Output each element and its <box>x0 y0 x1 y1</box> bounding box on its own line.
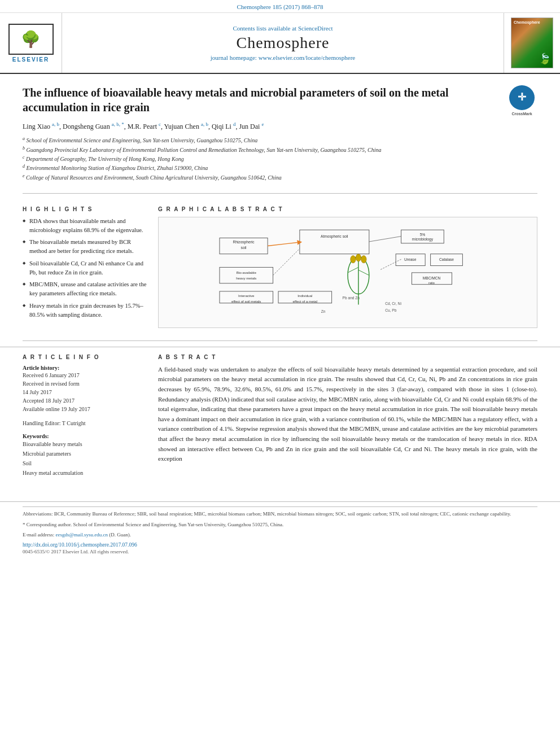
keywords-label: Keywords: <box>23 433 147 439</box>
footer-abbreviations: Abbreviations: BCR, Community Bureau of … <box>23 510 537 518</box>
received-revised-date: 14 July 2017 <box>23 388 147 396</box>
affiliation-b: b Guangdong Provincial Key Laboratory of… <box>23 145 537 154</box>
cover-decoration: 🍃 <box>539 53 551 65</box>
received-date: Received 6 January 2017 <box>23 371 147 379</box>
affiliation-e: e College of Natural Resources and Envir… <box>23 173 537 182</box>
cover-title-text: Chemosphere <box>514 20 540 24</box>
highlights-column: H I G H L I G H T S RDA shows that bioav… <box>23 206 147 328</box>
top-bar: Chemosphere 185 (2017) 868–878 <box>0 0 560 13</box>
highlight-item-1: RDA shows that bioavailable metals and m… <box>23 217 147 235</box>
crossmark-badge[interactable]: ✛ CrossMark <box>506 85 537 116</box>
tree-icon: 🌳 <box>21 30 41 49</box>
svg-text:Zn: Zn <box>321 309 326 313</box>
svg-text:Catalase: Catalase <box>439 257 454 261</box>
graphical-abstract-box: Rhizospheric soil Atmospheric soil Bio-a… <box>158 217 537 328</box>
footer-corresponding: * Corresponding author. School of Enviro… <box>23 521 537 529</box>
keyword-1: Bioavailable heavy metals <box>23 439 147 449</box>
page-footer: Abbreviations: BCR, Community Bureau of … <box>0 501 560 560</box>
email-label: E-mail address: <box>23 532 54 538</box>
received-revised-label: Received in revised form <box>23 379 147 388</box>
svg-text:ratio: ratio <box>428 281 435 285</box>
svg-text:Individual: Individual <box>298 294 312 298</box>
footer-top-rule <box>23 506 537 507</box>
email-address[interactable]: eesgds@mail.sysu.edu.cn <box>55 532 108 538</box>
affiliations: a School of Environmental Science and En… <box>23 136 537 182</box>
journal-cover-image: Chemosphere 🍃 <box>511 18 553 68</box>
abstract-column: A B S T R A C T A field-based study was … <box>158 354 537 483</box>
homepage-link: journal homepage: www.elsevier.com/locat… <box>211 54 355 61</box>
highlights-heading: H I G H L I G H T S <box>23 206 147 212</box>
svg-text:Atmospheric soil: Atmospheric soil <box>321 234 348 239</box>
article-info-column: A R T I C L E I N F O Article history: R… <box>23 354 147 483</box>
header-divider <box>23 193 537 194</box>
contents-label: Contents lists available at <box>233 25 296 32</box>
svg-text:5%: 5% <box>420 232 426 236</box>
crossmark-icon: ✛ <box>509 85 535 110</box>
highlights-graphical-section: H I G H L I G H T S RDA shows that bioav… <box>0 199 560 335</box>
keywords-block: Keywords: Bioavailable heavy metals Micr… <box>23 433 147 478</box>
keyword-4: Heavy metal accumulation <box>23 468 147 478</box>
abstract-heading: A B S T R A C T <box>158 354 537 360</box>
svg-text:effect of soil metals: effect of soil metals <box>231 299 261 303</box>
article-title-text: The influence of bioavailable heavy meta… <box>23 86 449 113</box>
svg-text:heavy metals: heavy metals <box>236 276 256 280</box>
history-label: Article history: <box>23 365 147 371</box>
footer-doi[interactable]: http://dx.doi.org/10.1016/j.chemosphere.… <box>23 542 537 548</box>
crossmark-label: CrossMark <box>511 111 532 116</box>
homepage-label: journal homepage: <box>211 54 257 61</box>
graphical-abstract-svg: Rhizospheric soil Atmospheric soil Bio-a… <box>163 222 532 321</box>
available-date: Available online 19 July 2017 <box>23 405 147 413</box>
highlight-item-5: Heavy metals in rice grain decreases by … <box>23 302 147 320</box>
highlights-list: RDA shows that bioavailable metals and m… <box>23 217 147 320</box>
graphical-abstract-heading: G R A P H I C A L A B S T R A C T <box>158 206 537 212</box>
journal-header: 🌳 ELSEVIER Contents lists available at S… <box>0 13 560 74</box>
section-divider-mid <box>23 340 537 341</box>
svg-point-33 <box>361 255 366 263</box>
elsevier-name: ELSEVIER <box>12 56 49 63</box>
abstract-text: A field-based study was undertaken to an… <box>158 365 537 464</box>
svg-point-31 <box>351 255 356 263</box>
science-direct-label[interactable]: ScienceDirect <box>298 25 333 32</box>
logo-box: 🌳 <box>8 24 54 55</box>
handling-editor-block: Handling Editor: T Cutright <box>23 419 147 427</box>
highlight-item-4: MBC/MBN, urease and catalase activities … <box>23 280 147 298</box>
svg-text:Interactive: Interactive <box>238 294 255 298</box>
email-suffix: (D. Guan). <box>109 532 131 538</box>
journal-title: Chemosphere <box>237 34 330 52</box>
handling-editor: Handling Editor: T Cutright <box>23 419 147 427</box>
svg-point-32 <box>356 254 361 261</box>
page: Chemosphere 185 (2017) 868–878 🌳 ELSEVIE… <box>0 0 560 747</box>
article-history-block: Article history: Received 6 January 2017… <box>23 365 147 413</box>
header-right: Chemosphere 🍃 <box>504 13 560 73</box>
svg-text:Urease: Urease <box>404 257 417 261</box>
keyword-2: Microbial parameters <box>23 449 147 458</box>
svg-text:Rhizospheric: Rhizospheric <box>233 240 255 244</box>
elsevier-logo: 🌳 ELSEVIER <box>8 24 54 63</box>
svg-text:effect of a metal: effect of a metal <box>293 299 317 303</box>
keyword-3: Soil <box>23 458 147 468</box>
graphical-abstract-column: G R A P H I C A L A B S T R A C T Rhizos… <box>158 206 537 328</box>
affiliation-c: c Department of Geography, The Universit… <box>23 154 537 163</box>
svg-text:Cd, Cr, Ni: Cd, Cr, Ni <box>385 301 401 305</box>
footer-copyright: 0045-6535/© 2017 Elsevier Ltd. All right… <box>23 549 537 554</box>
journal-reference: Chemosphere 185 (2017) 868–878 <box>237 3 323 10</box>
footer-email-line: E-mail address: eesgds@mail.sysu.edu.cn … <box>23 531 537 539</box>
highlight-item-3: Soil bioavailable Cd, Cr and Ni enhance … <box>23 259 147 277</box>
highlight-item-2: The bioavailable metals measured by BCR … <box>23 238 147 256</box>
homepage-url[interactable]: www.elsevier.com/locate/chemosphere <box>259 54 356 61</box>
svg-text:Bio-available: Bio-available <box>237 270 257 274</box>
affiliation-d: d Environmental Monitoring Station of Xi… <box>23 163 537 172</box>
keywords-list: Bioavailable heavy metals Microbial para… <box>23 439 147 478</box>
authors-line: Ling Xiao a, b, Dongsheng Guan a, b, *, … <box>23 120 537 132</box>
affiliation-a: a School of Environmental Science and En… <box>23 136 537 145</box>
svg-text:Pb and Zn: Pb and Zn <box>343 296 360 300</box>
header-center: Contents lists available at ScienceDirec… <box>62 13 504 73</box>
svg-text:microbiology: microbiology <box>412 237 434 242</box>
article-header: The influence of bioavailable heavy meta… <box>0 74 560 187</box>
science-direct-link: Contents lists available at ScienceDirec… <box>233 25 333 32</box>
article-title: The influence of bioavailable heavy meta… <box>23 85 537 115</box>
article-info-abstract-section: A R T I C L E I N F O Article history: R… <box>0 347 560 490</box>
accepted-date: Accepted 18 July 2017 <box>23 396 147 405</box>
svg-text:MBC/MCN: MBC/MCN <box>423 276 441 280</box>
elsevier-logo-section: 🌳 ELSEVIER <box>0 13 62 73</box>
